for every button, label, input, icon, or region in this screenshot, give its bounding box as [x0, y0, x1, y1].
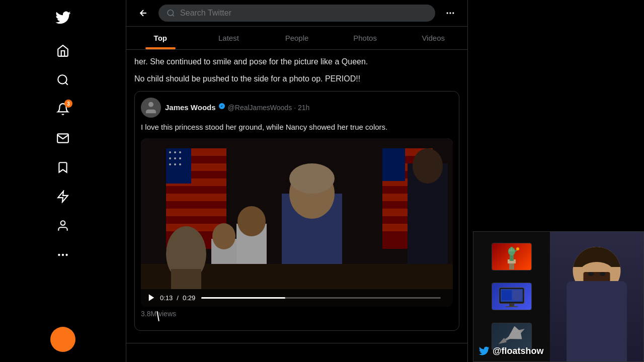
floating-left-shelf — [473, 232, 550, 361]
sidebar-item-notifications[interactable]: 3 — [50, 97, 75, 122]
svg-marker-52 — [149, 295, 154, 302]
search-bar[interactable]: Nancy — [158, 5, 435, 22]
svg-point-5 — [58, 254, 60, 256]
floating-video-overlay[interactable]: @floatshow — [473, 231, 644, 362]
scene — [141, 138, 453, 289]
tweet-text-block: her. She continued to smile and pose for… — [126, 50, 467, 343]
tab-people[interactable]: People — [263, 27, 331, 49]
sidebar-item-messages[interactable] — [50, 126, 75, 151]
sidebar-item-profile[interactable] — [50, 213, 75, 238]
watermark: @floatshow — [473, 345, 643, 356]
tab-videos[interactable]: Videos — [399, 27, 467, 49]
svg-point-9 — [449, 12, 451, 14]
quoted-tweet-header: James Woods @RealJamesWoods · 21h — [141, 98, 453, 118]
tab-top[interactable]: Top — [126, 27, 195, 49]
svg-rect-51 — [141, 138, 453, 289]
notification-badge: 3 — [64, 100, 72, 108]
sidebar: 3 — [0, 0, 126, 362]
watermark-handle: @floatshow — [493, 346, 544, 356]
video-time-current: 0:13 — [160, 293, 173, 303]
sidebar-item-trending[interactable] — [50, 184, 75, 209]
video-time-separator: / — [177, 293, 179, 303]
tab-photos[interactable]: Photos — [331, 27, 399, 49]
svg-line-8 — [173, 15, 174, 16]
main-content: Nancy Top Latest People Photos Videos — [126, 0, 468, 362]
tweet-separator: · — [294, 103, 296, 113]
sidebar-item-home[interactable] — [50, 38, 75, 63]
video-time-total: 0:29 — [183, 293, 195, 303]
svg-line-1 — [65, 82, 68, 85]
tweet-media[interactable]: 0:13 / 0:29 — [141, 138, 453, 307]
search-icon — [167, 9, 175, 18]
svg-rect-64 — [502, 290, 512, 300]
back-button[interactable] — [134, 4, 152, 22]
svg-point-0 — [58, 75, 66, 83]
svg-point-59 — [516, 247, 519, 250]
tweet-text-line-2: No child should be pushed to the side fo… — [134, 73, 459, 85]
svg-rect-62 — [509, 304, 514, 306]
sidebar-item-bookmarks[interactable] — [50, 155, 75, 180]
verified-badge — [218, 102, 226, 113]
search-header: Nancy — [126, 0, 467, 27]
author-name: James Woods — [165, 102, 216, 114]
play-icon[interactable] — [147, 293, 156, 302]
quoted-tweet-text: I love this princess stood her ground, w… — [141, 122, 453, 133]
floating-video-bg: @floatshow — [473, 232, 643, 361]
compose-button[interactable] — [50, 327, 75, 352]
tweet-image-content — [141, 138, 453, 289]
video-controls-left: 0:13 / 0:29 — [147, 293, 195, 303]
person-area — [550, 232, 643, 361]
sidebar-item-more[interactable] — [50, 242, 75, 267]
svg-rect-63 — [506, 306, 518, 307]
tweet-author-info: James Woods @RealJamesWoods · 21h — [165, 102, 309, 114]
svg-point-10 — [452, 12, 454, 14]
sidebar-item-search[interactable] — [50, 67, 75, 93]
svg-point-3 — [62, 254, 64, 256]
quoted-tweet[interactable]: James Woods @RealJamesWoods · 21h I love… — [134, 91, 459, 331]
floating-video-content: @floatshow — [473, 232, 643, 361]
shelf-item-1 — [492, 243, 532, 270]
svg-point-7 — [168, 10, 173, 16]
svg-rect-65 — [513, 290, 522, 300]
video-progress-fill — [201, 297, 285, 299]
feed[interactable]: her. She continued to smile and pose for… — [126, 50, 467, 362]
svg-point-11 — [447, 12, 448, 14]
svg-point-2 — [61, 221, 65, 225]
svg-point-4 — [65, 254, 67, 256]
author-handle: @RealJamesWoods — [228, 103, 292, 113]
more-options-button[interactable] — [441, 4, 459, 22]
video-progress-bar[interactable] — [201, 297, 441, 299]
video-views: 3.8M views — [141, 309, 453, 319]
tweet-text-line-1: her. She continued to smile and pose for… — [134, 56, 459, 68]
search-input[interactable]: Nancy — [180, 9, 427, 18]
avatar — [141, 98, 161, 118]
twitter-logo[interactable] — [50, 5, 75, 30]
watermark-twitter-icon — [478, 345, 490, 356]
tweet-time: 21h — [298, 103, 309, 113]
search-tabs: Top Latest People Photos Videos — [126, 27, 467, 50]
shelf-item-2 — [492, 283, 532, 310]
video-controls[interactable]: 0:13 / 0:29 — [141, 289, 453, 307]
tab-latest[interactable]: Latest — [195, 27, 263, 49]
svg-point-12 — [148, 102, 153, 107]
